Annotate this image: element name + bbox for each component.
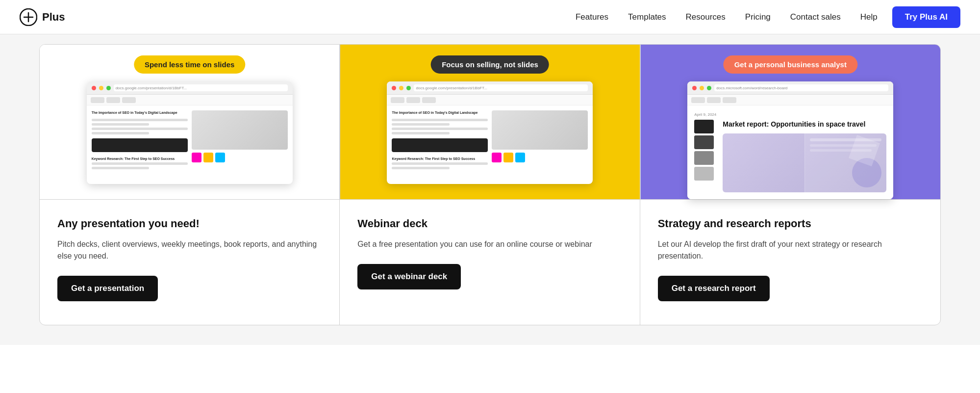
screenshot-mock-research: docs.microsoft.com/word/research-board A… — [687, 81, 893, 199]
report-title: Market report: Opportunities in space tr… — [723, 120, 886, 129]
overlay-line-3 — [810, 149, 872, 152]
card-webinar-bottom: Webinar deck Get a free presentation you… — [340, 200, 640, 324]
tag-webinar: Focus on selling, not slides — [431, 55, 549, 74]
color-block-pink-2 — [492, 153, 502, 162]
nav-resources[interactable]: Resources — [686, 12, 726, 22]
toolbar-2 — [387, 95, 593, 105]
text-block-1: The Importance of SEO in Today's Digital… — [92, 110, 188, 179]
toolbar-btn-6 — [422, 97, 436, 103]
line-7 — [392, 119, 488, 121]
slide-title-1: The Importance of SEO in Today's Digital… — [92, 110, 188, 115]
slide-content-2: The Importance of SEO in Today's Digital… — [387, 105, 593, 184]
thumb-2 — [694, 135, 714, 149]
line-8 — [392, 123, 450, 126]
image-area-1 — [192, 110, 288, 179]
get-presentation-button[interactable]: Get a presentation — [57, 276, 158, 301]
nav-links: Features Templates Resources Pricing Con… — [576, 12, 878, 22]
overlay-line-2 — [810, 144, 877, 147]
mock-thumbnails — [694, 120, 714, 181]
color-block-pink — [192, 153, 201, 162]
get-webinar-deck-button[interactable]: Get a webinar deck — [357, 264, 461, 289]
overlay-line-1 — [810, 138, 881, 141]
report-content: April 9, 2024 Market report: Opportuniti… — [687, 105, 893, 199]
line-6 — [92, 167, 150, 169]
dot-yellow-1 — [99, 86, 103, 90]
line-9 — [392, 128, 488, 130]
tag-presentation: Spend less time on slides — [134, 55, 245, 74]
url-bar-2: docs.google.com/presentation/d/1BbFT... — [414, 84, 588, 91]
url-bar-3: docs.microsoft.com/word/research-board — [714, 84, 888, 91]
navbar: Plus Features Templates Resources Pricin… — [0, 0, 980, 34]
slide-title-2: Keyword Research: The First Step to SEO … — [92, 157, 188, 160]
line-10 — [392, 132, 450, 134]
line-5 — [92, 162, 188, 165]
thumb-3 — [694, 151, 714, 165]
color-blocks-2 — [492, 153, 588, 162]
screenshot-mock-presentation: docs.google.com/presentation/d/1BbFT... … — [87, 81, 293, 184]
toolbar-btn-8 — [707, 97, 721, 103]
line-12 — [392, 167, 450, 169]
color-block-yellow-2 — [503, 153, 513, 162]
nav-contact[interactable]: Contact sales — [790, 12, 841, 22]
browser-bar-1: docs.google.com/presentation/d/1BbFT... — [87, 81, 293, 95]
report-date: April 9, 2024 — [694, 112, 886, 117]
card-presentation-top: Spend less time on slides docs.google.co… — [40, 45, 340, 199]
webinar-title: Webinar deck — [357, 217, 622, 230]
image-placeholder-1 — [192, 110, 288, 150]
thumb-4 — [694, 167, 714, 181]
url-bar-1: docs.google.com/presentation/d/1BbFT... — [114, 84, 288, 91]
webinar-desc: Get a free presentation you can use for … — [357, 238, 622, 250]
dot-red-3 — [692, 86, 697, 90]
presentation-desc: Pitch decks, client overviews, weekly me… — [57, 238, 322, 262]
line-2 — [92, 123, 150, 126]
bottom-row: Any presentation you need! Pitch decks, … — [40, 199, 940, 324]
line-11 — [392, 162, 488, 165]
card-research-top: Get a personal business analyst docs.mic… — [640, 45, 940, 199]
line-4 — [92, 132, 150, 134]
presentation-title: Any presentation you need! — [57, 217, 322, 230]
nav-features[interactable]: Features — [576, 12, 608, 22]
slide-title-3: The Importance of SEO in Today's Digital… — [392, 110, 488, 115]
toolbar-btn-4 — [391, 97, 404, 103]
nav-templates[interactable]: Templates — [628, 12, 666, 22]
toolbar-btn-1 — [91, 97, 104, 103]
cards-container: Spend less time on slides docs.google.co… — [39, 44, 941, 325]
card-webinar-top: Focus on selling, not slides docs.google… — [340, 45, 640, 199]
get-research-report-button[interactable]: Get a research report — [658, 276, 770, 301]
toolbar-btn-2 — [106, 97, 120, 103]
dot-yellow-3 — [700, 86, 704, 90]
image-placeholder-2 — [492, 110, 588, 150]
logo-icon — [20, 8, 37, 26]
research-desc: Let our AI develop the first draft of yo… — [658, 238, 923, 262]
slide-overlay — [804, 133, 886, 192]
color-blocks-1 — [192, 153, 288, 162]
browser-bar-2: docs.google.com/presentation/d/1BbFT... — [387, 81, 593, 95]
nav-pricing[interactable]: Pricing — [745, 12, 771, 22]
toolbar-3 — [687, 95, 893, 105]
slide-content-1: The Importance of SEO in Today's Digital… — [87, 105, 293, 184]
line-1 — [92, 119, 188, 121]
nav-help[interactable]: Help — [860, 12, 878, 22]
text-block-2: The Importance of SEO in Today's Digital… — [392, 110, 488, 179]
toolbar-btn-5 — [406, 97, 420, 103]
toolbar-btn-9 — [723, 97, 736, 103]
dot-green-3 — [707, 86, 711, 90]
browser-bar-3: docs.microsoft.com/word/research-board — [687, 81, 893, 95]
colored-block-2 — [392, 138, 488, 152]
image-area-2 — [492, 110, 588, 179]
logo-text: Plus — [42, 11, 65, 24]
colored-block-1 — [92, 138, 188, 152]
color-block-blue — [215, 153, 225, 162]
toolbar-1 — [87, 95, 293, 105]
line-3 — [92, 128, 188, 130]
thumb-1 — [694, 120, 714, 133]
dot-red-1 — [92, 86, 96, 90]
color-block-yellow — [203, 153, 213, 162]
dot-red-2 — [392, 86, 396, 90]
card-research-bottom: Strategy and research reports Let our AI… — [640, 200, 940, 324]
try-plus-ai-button[interactable]: Try Plus AI — [892, 6, 960, 28]
main-content: Spend less time on slides docs.google.co… — [0, 34, 980, 345]
logo-link[interactable]: Plus — [20, 8, 65, 26]
dot-green-1 — [106, 86, 111, 90]
dot-green-2 — [406, 86, 411, 90]
